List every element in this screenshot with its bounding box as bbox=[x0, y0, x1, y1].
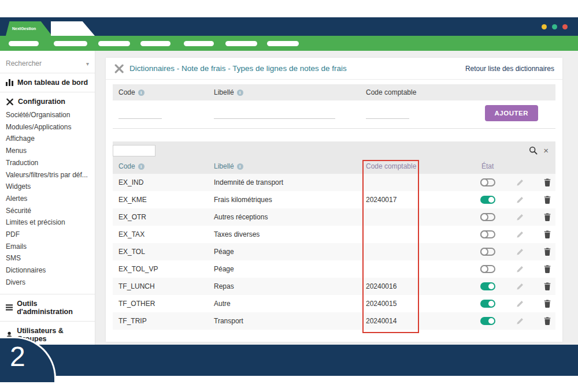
trash-icon bbox=[544, 317, 551, 325]
sidebar-item[interactable]: Menus bbox=[6, 145, 90, 157]
sidebar-item[interactable]: Valeurs/filtres/tris par déf... bbox=[6, 169, 90, 181]
column-header-etat[interactable]: État bbox=[481, 162, 494, 170]
sidebar-item-admin-tools[interactable]: Outils d'administration bbox=[6, 300, 90, 316]
sidebar-item[interactable]: Widgets bbox=[6, 181, 90, 193]
edit-button[interactable] bbox=[516, 300, 524, 308]
table-row: TF_TRIPTransport20240014 bbox=[113, 312, 555, 330]
sidebar-item-configuration[interactable]: Configuration bbox=[6, 98, 90, 106]
nav-pill[interactable] bbox=[140, 41, 171, 46]
nav-pill[interactable] bbox=[98, 41, 130, 46]
ajouter-button[interactable]: AJOUTER bbox=[485, 105, 538, 121]
sidebar-item[interactable]: PDF bbox=[6, 229, 90, 241]
edit-button[interactable] bbox=[516, 266, 524, 273]
etat-toggle[interactable] bbox=[480, 317, 495, 325]
sidebar-item[interactable]: Emails bbox=[6, 241, 90, 253]
table-row: TF_OTHERAutre20240015 bbox=[113, 295, 555, 312]
edit-button[interactable] bbox=[516, 214, 524, 221]
info-icon bbox=[237, 163, 243, 170]
trash-icon bbox=[544, 196, 551, 204]
column-header-code-comptable[interactable]: Code comptable bbox=[366, 162, 416, 170]
cell-code-comptable bbox=[360, 226, 467, 243]
sidebar-item-dashboard[interactable]: Mon tableau de bord bbox=[6, 79, 90, 87]
delete-button[interactable] bbox=[544, 300, 551, 308]
nav-pill[interactable] bbox=[9, 41, 39, 46]
browser-tab-blank[interactable] bbox=[51, 21, 95, 36]
search-placeholder: Rechercher bbox=[6, 59, 42, 68]
back-to-dictionaries-link[interactable]: Retour liste des dictionnaires bbox=[465, 65, 554, 73]
table-row: EX_KMEFrais kilométriques20240017 bbox=[113, 191, 555, 208]
cell-code: TF_TRIP bbox=[113, 312, 208, 330]
delete-button[interactable] bbox=[544, 317, 551, 325]
table-column-headers: Code Libellé Code comptable État bbox=[113, 159, 555, 174]
libelle-input[interactable] bbox=[214, 107, 335, 119]
pencil-icon bbox=[516, 300, 524, 308]
column-header-code[interactable]: Code bbox=[118, 162, 135, 170]
close-dot-icon[interactable] bbox=[562, 24, 568, 29]
edit-button[interactable] bbox=[516, 318, 524, 325]
sidebar-item[interactable]: Affichage bbox=[6, 133, 90, 145]
code-comptable-input[interactable] bbox=[366, 107, 409, 119]
table-search-input[interactable] bbox=[113, 145, 155, 156]
maximize-dot-icon[interactable] bbox=[552, 24, 557, 29]
etat-toggle[interactable] bbox=[480, 178, 495, 186]
nav-pill[interactable] bbox=[267, 41, 299, 46]
sidebar-search-select[interactable]: Rechercher ▾ bbox=[6, 59, 90, 68]
bottom-band bbox=[0, 345, 578, 376]
browser-tab-active[interactable]: NextGestion bbox=[6, 21, 52, 36]
pencil-icon bbox=[516, 231, 524, 238]
step-number: 2 bbox=[10, 341, 25, 372]
pencil-icon bbox=[516, 283, 524, 290]
nav-pill[interactable] bbox=[54, 41, 87, 46]
sidebar-item[interactable]: Limites et précision bbox=[6, 216, 90, 229]
search-icon[interactable] bbox=[529, 146, 538, 155]
etat-toggle[interactable] bbox=[480, 230, 495, 238]
edit-button[interactable] bbox=[516, 231, 524, 238]
nav-pill[interactable] bbox=[225, 41, 257, 46]
sidebar-dashboard-label: Mon tableau de bord bbox=[17, 79, 88, 87]
minimize-dot-icon[interactable] bbox=[542, 24, 547, 29]
sidebar: Rechercher ▾ Mon tableau de bord Configu… bbox=[0, 51, 95, 345]
sidebar-item[interactable]: Modules/Applications bbox=[6, 121, 90, 133]
delete-button[interactable] bbox=[544, 248, 551, 256]
sidebar-item[interactable]: Société/Organisation bbox=[6, 109, 90, 121]
edit-button[interactable] bbox=[516, 196, 524, 204]
delete-button[interactable] bbox=[544, 213, 551, 221]
sidebar-item[interactable]: Dictionnaires bbox=[6, 264, 90, 277]
delete-button[interactable] bbox=[544, 282, 551, 290]
cell-libelle: Péage bbox=[208, 243, 360, 260]
sidebar-item[interactable]: Divers bbox=[6, 277, 90, 289]
edit-button[interactable] bbox=[516, 179, 524, 186]
sidebar-item[interactable]: Traduction bbox=[6, 157, 90, 169]
code-input[interactable] bbox=[118, 107, 162, 119]
list-icon bbox=[6, 304, 13, 311]
trash-icon bbox=[544, 213, 551, 221]
table-row: EX_TOLPéage bbox=[113, 243, 555, 260]
delete-button[interactable] bbox=[544, 178, 551, 186]
sidebar-item[interactable]: SMS bbox=[6, 252, 90, 264]
trash-icon bbox=[544, 265, 551, 273]
sidebar-configuration-label: Configuration bbox=[18, 98, 65, 106]
sidebar-admin-tools-label: Outils d'administration bbox=[17, 300, 90, 316]
window-controls bbox=[542, 24, 568, 29]
etat-toggle[interactable] bbox=[480, 213, 495, 221]
etat-toggle[interactable] bbox=[480, 196, 495, 204]
clear-filter-icon[interactable]: × bbox=[543, 146, 549, 155]
nav-pill[interactable] bbox=[184, 41, 214, 46]
cell-code: EX_TAX bbox=[113, 226, 208, 243]
delete-button[interactable] bbox=[544, 265, 551, 273]
etat-toggle[interactable] bbox=[480, 248, 495, 256]
etat-toggle[interactable] bbox=[480, 282, 495, 290]
edit-button[interactable] bbox=[516, 283, 524, 290]
column-header-libelle[interactable]: Libellé bbox=[214, 162, 234, 170]
sidebar-item[interactable]: Sécurité bbox=[6, 205, 90, 217]
edit-button[interactable] bbox=[516, 248, 524, 256]
sidebar-item[interactable]: Alertes bbox=[6, 193, 90, 205]
delete-button[interactable] bbox=[544, 196, 551, 204]
delete-button[interactable] bbox=[544, 230, 551, 238]
cell-libelle: Repas bbox=[208, 278, 360, 295]
info-icon bbox=[237, 89, 243, 96]
etat-toggle[interactable] bbox=[480, 300, 495, 308]
cell-libelle: Indemnité de transport bbox=[208, 174, 360, 191]
cell-code-comptable: 20240014 bbox=[360, 312, 467, 330]
etat-toggle[interactable] bbox=[480, 265, 495, 273]
